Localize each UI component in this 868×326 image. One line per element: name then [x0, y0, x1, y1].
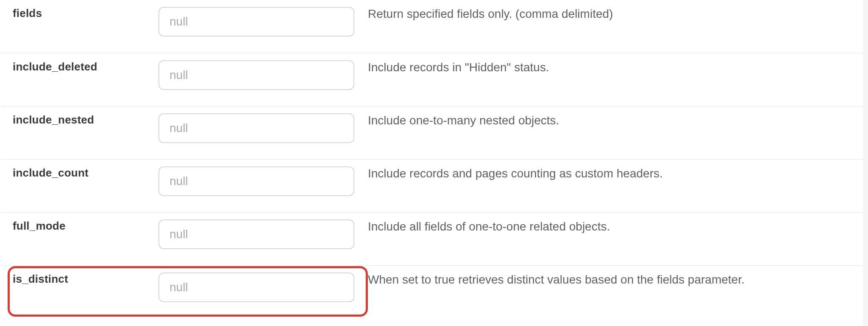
include-count-input[interactable] — [159, 166, 354, 196]
param-name: is_distinct — [13, 273, 68, 285]
param-input-cell — [159, 160, 366, 204]
param-desc-cell: Include records and pages counting as cu… — [366, 160, 864, 186]
param-name-cell: is_distinct — [2, 266, 159, 290]
param-desc-cell: Include all fields of one-to-one related… — [366, 213, 864, 239]
is-distinct-input[interactable] — [159, 273, 354, 302]
param-row: full_mode Include all fields of one-to-o… — [2, 212, 864, 265]
param-desc: Return specified fields only. (comma del… — [368, 7, 613, 20]
param-name-cell: full_mode — [2, 213, 159, 237]
param-row: include_nested Include one-to-many neste… — [2, 106, 864, 159]
param-input-cell — [159, 107, 366, 151]
param-input-cell — [159, 53, 366, 98]
param-desc: Include all fields of one-to-one related… — [368, 220, 610, 233]
param-name-cell: include_nested — [2, 107, 159, 131]
param-input-cell — [159, 0, 366, 44]
param-name: fields — [13, 7, 42, 20]
param-name: include_nested — [13, 113, 94, 126]
param-desc: When set to true retrieves distinct valu… — [368, 273, 745, 286]
param-name-cell: include_count — [2, 160, 159, 184]
param-row: is_distinct When set to true retrieves d… — [2, 265, 864, 318]
param-desc-cell: Return specified fields only. (comma del… — [366, 0, 864, 26]
param-name-cell: fields — [2, 0, 159, 24]
param-desc: Include one-to-many nested objects. — [368, 114, 559, 127]
param-name: include_count — [13, 166, 89, 179]
fields-input[interactable] — [159, 7, 354, 37]
param-desc-cell: Include records in "Hidden" status. — [366, 53, 864, 80]
param-desc: Include records and pages counting as cu… — [368, 167, 663, 180]
scrollbar-track[interactable] — [863, 0, 868, 326]
param-desc: Include records in "Hidden" status. — [368, 61, 549, 74]
parameter-panel: fields Return specified fields only. (co… — [2, 0, 865, 318]
param-name: full_mode — [13, 219, 66, 232]
param-input-cell — [159, 213, 366, 257]
param-row: fields Return specified fields only. (co… — [2, 0, 864, 53]
param-input-cell — [159, 266, 366, 310]
param-row: include_deleted Include records in "Hidd… — [2, 53, 864, 106]
include-deleted-input[interactable] — [159, 60, 354, 90]
param-desc-cell: Include one-to-many nested objects. — [366, 107, 864, 133]
param-name-cell: include_deleted — [2, 53, 159, 78]
include-nested-input[interactable] — [159, 113, 354, 143]
param-name: include_deleted — [13, 60, 97, 73]
param-row: include_count Include records and pages … — [2, 159, 864, 212]
full-mode-input[interactable] — [159, 219, 354, 249]
param-desc-cell: When set to true retrieves distinct valu… — [366, 266, 864, 292]
